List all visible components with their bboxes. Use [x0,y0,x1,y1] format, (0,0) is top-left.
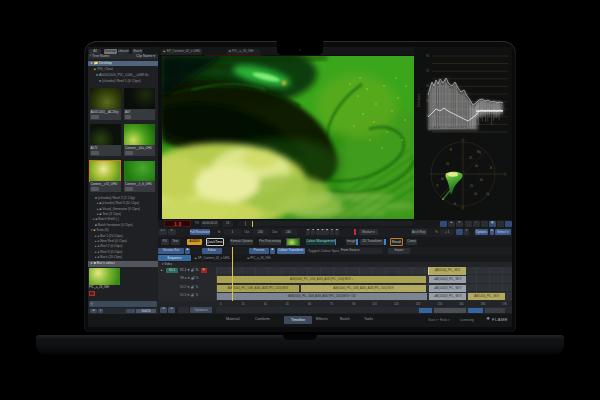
svg-text:60: 60 [480,178,483,182]
svg-text:Mg: Mg [477,150,481,154]
svg-text:40: 40 [474,192,477,196]
svg-text:90: 90 [426,54,429,58]
svg-text:50: 50 [426,84,429,88]
svg-text:40: 40 [475,164,478,168]
svg-text:70: 70 [426,69,429,73]
svg-text:G: G [454,202,456,206]
svg-text:40: 40 [441,177,444,181]
svg-text:20: 20 [469,156,472,160]
svg-text:Yl: Yl [436,184,439,188]
svg-text:8-bit values: 8-bit values [417,93,421,107]
svg-text:B: B [490,166,492,170]
svg-text:20: 20 [470,184,473,188]
svg-text:20: 20 [446,162,449,166]
svg-text:R: R [450,148,452,152]
